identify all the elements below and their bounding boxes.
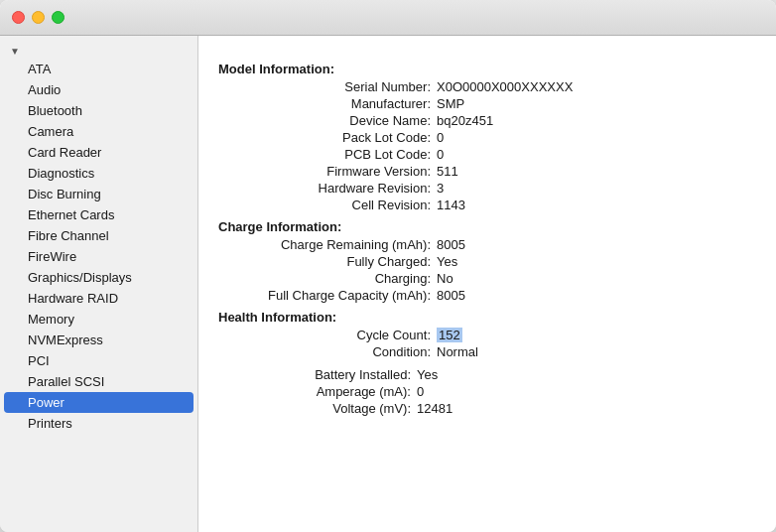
main-content: Model Information:Serial Number:X0O0000X… (198, 36, 776, 532)
row-label: PCB Lot Code: (238, 147, 437, 162)
sidebar-item-bluetooth[interactable]: Bluetooth (0, 100, 197, 121)
row-label: Condition: (238, 344, 437, 359)
row-value: SMP (437, 96, 464, 111)
row-label: Amperage (mA): (218, 384, 417, 399)
row-value: No (437, 271, 453, 286)
section-label-2: Health Information: (218, 310, 756, 325)
row-value: Yes (417, 367, 438, 382)
info-group-0: Model Information:Serial Number:X0O0000X… (218, 62, 756, 213)
sidebar-item-firewire[interactable]: FireWire (0, 246, 197, 267)
info-row: Serial Number:X0O0000X000XXXXXX (218, 78, 756, 95)
row-label: Serial Number: (238, 79, 437, 94)
row-value: 152 (437, 328, 462, 342)
sidebar-item-parallel-scsi[interactable]: Parallel SCSI (0, 371, 197, 392)
row-value: 511 (437, 164, 458, 179)
info-row: Hardware Revision:3 (218, 180, 756, 197)
sidebar: ▼ ATAAudioBluetoothCameraCard ReaderDiag… (0, 36, 198, 532)
info-row: Cycle Count:152 (218, 327, 756, 343)
triangle-icon: ▼ (10, 46, 20, 57)
row-value: 12481 (417, 401, 453, 416)
info-group-2: Health Information:Cycle Count:152Condit… (218, 310, 756, 360)
info-row: PCB Lot Code:0 (218, 146, 756, 163)
sidebar-item-hardware-raid[interactable]: Hardware RAID (0, 288, 197, 309)
row-value: 1143 (437, 198, 465, 212)
info-row: Cell Revision:1143 (218, 197, 756, 213)
info-row: Fully Charged:Yes (218, 253, 756, 270)
info-row: Voltage (mV):12481 (218, 400, 756, 417)
sidebar-section-hardware[interactable]: ▼ (0, 44, 197, 59)
sidebar-items-container: ATAAudioBluetoothCameraCard ReaderDiagno… (0, 59, 197, 434)
row-label: Pack Lot Code: (238, 130, 437, 145)
row-value: 8005 (437, 288, 465, 303)
titlebar (0, 0, 776, 36)
info-group-3: Battery Installed:YesAmperage (mA):0Volt… (218, 366, 756, 417)
row-value: 3 (437, 181, 444, 196)
row-label: Fully Charged: (238, 254, 437, 269)
sidebar-item-memory[interactable]: Memory (0, 309, 197, 330)
info-row: Firmware Version:511 (218, 163, 756, 180)
sidebar-item-disc-burning[interactable]: Disc Burning (0, 184, 197, 204)
row-label: Charging: (238, 271, 437, 286)
info-row: Device Name:bq20z451 (218, 112, 756, 129)
info-row: Charging:No (218, 270, 756, 287)
row-label: Hardware Revision: (238, 181, 437, 196)
sidebar-item-card-reader[interactable]: Card Reader (0, 142, 197, 163)
sidebar-item-ata[interactable]: ATA (0, 59, 197, 79)
battery-sections: Model Information:Serial Number:X0O0000X… (218, 62, 756, 417)
row-value: 0 (417, 384, 424, 399)
row-label: Battery Installed: (218, 367, 417, 382)
sidebar-item-printers[interactable]: Printers (0, 413, 197, 434)
sidebar-item-camera[interactable]: Camera (0, 121, 197, 142)
row-value: X0O0000X000XXXXXX (437, 79, 573, 94)
info-group-1: Charge Information:Charge Remaining (mAh… (218, 219, 756, 304)
sidebar-item-ethernet-cards[interactable]: Ethernet Cards (0, 204, 197, 225)
row-value: 8005 (437, 237, 465, 252)
row-value: Yes (437, 254, 457, 269)
row-label: Cycle Count: (238, 328, 437, 342)
info-row: Full Charge Capacity (mAh):8005 (218, 287, 756, 304)
sidebar-item-diagnostics[interactable]: Diagnostics (0, 163, 197, 184)
info-row: Battery Installed:Yes (218, 366, 756, 383)
sidebar-item-nvmexpress[interactable]: NVMExpress (0, 330, 197, 350)
sidebar-item-fibre-channel[interactable]: Fibre Channel (0, 225, 197, 246)
row-value: 0 (437, 147, 444, 162)
maximize-button[interactable] (52, 11, 65, 24)
row-value: Normal (437, 344, 478, 359)
row-label: Cell Revision: (238, 198, 437, 212)
sidebar-item-power[interactable]: Power (4, 392, 194, 413)
info-row: Manufacturer:SMP (218, 95, 756, 112)
titlebar-buttons (12, 11, 65, 24)
minimize-button[interactable] (32, 11, 45, 24)
content-area: ▼ ATAAudioBluetoothCameraCard ReaderDiag… (0, 36, 776, 532)
info-row: Charge Remaining (mAh):8005 (218, 236, 756, 253)
info-row: Pack Lot Code:0 (218, 129, 756, 146)
sidebar-item-audio[interactable]: Audio (0, 79, 197, 100)
row-label: Manufacturer: (238, 96, 437, 111)
close-button[interactable] (12, 11, 25, 24)
info-row: Condition:Normal (218, 343, 756, 360)
section-label-0: Model Information: (218, 62, 756, 76)
info-row: Amperage (mA):0 (218, 383, 756, 400)
row-label: Voltage (mV): (218, 401, 417, 416)
sidebar-item-pci[interactable]: PCI (0, 350, 197, 371)
sidebar-item-graphics-displays[interactable]: Graphics/Displays (0, 267, 197, 288)
row-label: Firmware Version: (238, 164, 437, 179)
main-window: ▼ ATAAudioBluetoothCameraCard ReaderDiag… (0, 0, 776, 532)
row-label: Device Name: (238, 113, 437, 128)
row-value: bq20z451 (437, 113, 493, 128)
row-value: 0 (437, 130, 444, 145)
section-label-1: Charge Information: (218, 219, 756, 234)
row-label: Full Charge Capacity (mAh): (238, 288, 437, 303)
row-label: Charge Remaining (mAh): (238, 237, 437, 252)
